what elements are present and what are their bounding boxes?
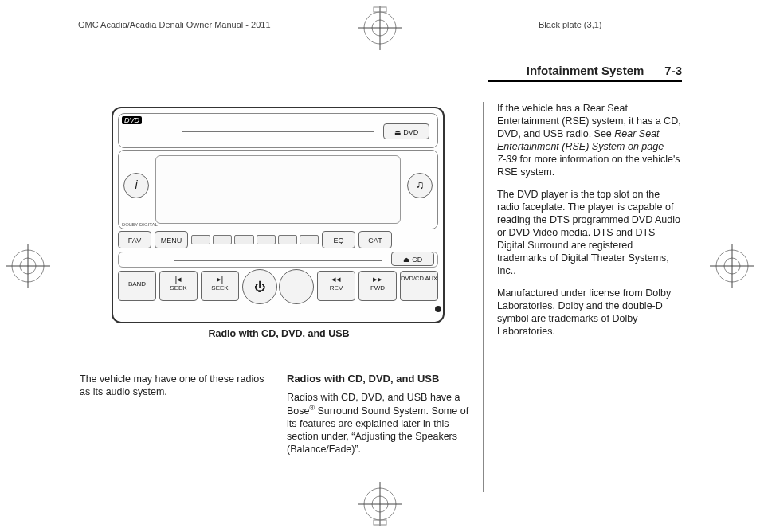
body-text: The DVD player is the top slot on the ra… bbox=[497, 188, 682, 277]
registration-mark-left bbox=[6, 244, 50, 288]
subheading: Radios with CD, DVD, and USB bbox=[287, 373, 472, 386]
running-head: Infotainment System 7-3 bbox=[488, 64, 682, 82]
section-title: Infotainment System bbox=[527, 64, 644, 77]
column-1: The vehicle may have one of these radios… bbox=[80, 102, 264, 408]
registration-mark-right bbox=[710, 244, 754, 288]
body-text-span: for more information on the vehicle's RS… bbox=[497, 154, 680, 178]
column-divider bbox=[276, 372, 276, 491]
column-2: Radios with CD, DVD, and USB Radios with… bbox=[287, 102, 472, 465]
body-text: Manufactured under license from Dolby La… bbox=[497, 287, 682, 338]
body-text-span: Surround Sound System. Some of its featu… bbox=[287, 405, 468, 455]
page: GMC Acadia/Acadia Denali Owner Manual - … bbox=[0, 0, 760, 532]
doc-title: GMC Acadia/Acadia Denali Owner Manual - … bbox=[78, 20, 271, 29]
column-divider bbox=[483, 102, 484, 492]
column-3: If the vehicle has a Rear Seat Entertain… bbox=[494, 102, 682, 347]
plate-label: Black plate (3,1) bbox=[539, 20, 601, 29]
body-text: Radios with CD, DVD, and USB have a Bose… bbox=[287, 391, 472, 456]
page-number: 7-3 bbox=[664, 64, 682, 77]
registration-mark-top bbox=[358, 6, 402, 50]
body-text: If the vehicle has a Rear Seat Entertain… bbox=[497, 102, 682, 178]
body-text: The vehicle may have one of these radios… bbox=[80, 373, 264, 398]
content-area: DVD ⏏ DVD i DOLBY DIGITAL ♫ FAV MENU bbox=[80, 102, 682, 500]
